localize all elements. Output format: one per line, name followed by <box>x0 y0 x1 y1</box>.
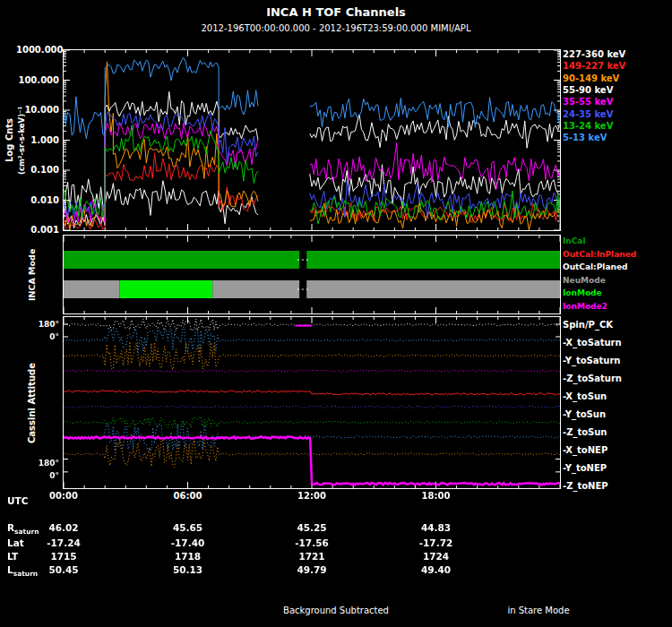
ephemeris-value: -17.40 <box>152 537 224 548</box>
ephemeris-value: -17.24 <box>28 537 99 548</box>
tof-ytick-label: 1000.000 <box>16 45 59 55</box>
attitude-legend-item: -X_toNEP <box>563 445 607 455</box>
ephemeris-value: 49.40 <box>401 564 472 575</box>
ephemeris-row-label: LT <box>7 551 18 562</box>
ephemeris-value: 1718 <box>152 551 224 562</box>
mode-legend-item: NeuMode <box>563 276 606 285</box>
ephemeris-value: -17.56 <box>276 537 348 548</box>
inca-mode-canvas <box>64 236 560 314</box>
ephemeris-row-label: Lat <box>7 537 24 548</box>
cassini-attitude-canvas <box>64 317 560 488</box>
ephemeris-value: 50.13 <box>152 564 224 575</box>
attitude-ytick-label: 180° <box>25 320 59 329</box>
tof-counts-panel <box>63 49 561 231</box>
mode-legend-item: OutCal:Planed <box>563 262 627 271</box>
ephemeris-value: 49.79 <box>276 564 348 575</box>
attitude-ytick-label: 0° <box>25 332 59 341</box>
mode-ylabel: INCA Mode <box>27 235 37 314</box>
energy-legend-item: 90-149 keV <box>563 73 619 83</box>
mode-legend-item: IonMode2 <box>563 302 607 311</box>
utc-axis-label: UTC <box>7 495 28 506</box>
attitude-legend-item: Spin/P_CK <box>563 320 613 330</box>
xtick-label: 06:00 <box>161 491 215 501</box>
tof-ylabel: Log Cnts <box>4 49 14 231</box>
page-title: INCA H TOF Channels <box>0 5 672 19</box>
tof-ytick-label: 0.001 <box>16 225 59 235</box>
tof-ytick-label: 10.000 <box>16 105 59 115</box>
energy-legend-item: 55-90 keV <box>563 85 613 95</box>
attitude-legend-item: -X_toSaturn <box>563 338 622 348</box>
mode-legend-item: IonMode <box>563 288 602 297</box>
ephemeris-row-label-text: LT <box>7 551 18 562</box>
xtick-label: 12:00 <box>285 491 339 501</box>
time-range-subtitle: 2012-196T00:00:00.000 - 2012-196T23:59:0… <box>0 23 672 33</box>
ephemeris-value: -17.72 <box>401 537 472 548</box>
mode-legend-item: InCal <box>563 236 586 245</box>
footer-stare-mode: in Stare Mode <box>480 606 597 615</box>
xtick-label: 00:00 <box>37 491 90 501</box>
inca-mode-panel <box>63 235 561 314</box>
cassini-attitude-panel <box>63 316 561 489</box>
mode-legend-item: OutCal:InPlaned <box>563 250 636 259</box>
ephemeris-value: 45.65 <box>152 522 224 533</box>
tof-ytick-label: 0.100 <box>16 165 59 175</box>
attitude-legend-item: -Y_toSaturn <box>563 356 620 365</box>
energy-legend-item: 149-227 keV <box>563 61 625 71</box>
ephemeris-row-label-text: L <box>7 564 13 575</box>
energy-legend-item: 227-360 keV <box>563 49 625 59</box>
ephemeris-value: 1724 <box>401 551 472 562</box>
plot-page: INCA H TOF Channels 2012-196T00:00:00.00… <box>0 0 672 627</box>
ephemeris-value: 44.83 <box>401 522 472 533</box>
attitude-legend-item: -Z_toSaturn <box>563 374 622 383</box>
ephemeris-row-label-text: Lat <box>7 537 24 548</box>
ephemeris-row-label-text: R <box>7 522 14 533</box>
ephemeris-value: 45.25 <box>276 522 348 533</box>
attitude-legend-item: -X_toSun <box>563 391 607 401</box>
tof-ytick-label: 1.000 <box>16 135 59 145</box>
attitude-ytick-label: 0° <box>25 471 59 480</box>
energy-legend-item: 5-13 keV <box>563 133 607 142</box>
energy-legend-item: 13-24 keV <box>563 121 613 131</box>
energy-legend-item: 24-35 keV <box>563 109 613 119</box>
ephemeris-value: 46.02 <box>28 522 99 533</box>
energy-legend-item: 35-55 keV <box>563 97 613 107</box>
ephemeris-value: 1721 <box>276 551 348 562</box>
attitude-ytick-label: 180° <box>25 459 59 468</box>
attitude-legend-item: -Z_toSun <box>563 427 607 437</box>
tof-ytick-label: 0.010 <box>16 195 59 205</box>
ephemeris-value: 1715 <box>28 551 99 562</box>
attitude-legend-item: -Y_toNEP <box>563 463 607 473</box>
tof-counts-canvas <box>64 50 560 230</box>
attitude-legend-item: -Y_toSun <box>563 409 606 419</box>
ephemeris-value: 50.45 <box>28 564 99 575</box>
xtick-label: 18:00 <box>409 491 463 501</box>
tof-ytick-label: 100.000 <box>16 75 59 85</box>
attitude-legend-item: -Z_toNEP <box>563 481 608 491</box>
